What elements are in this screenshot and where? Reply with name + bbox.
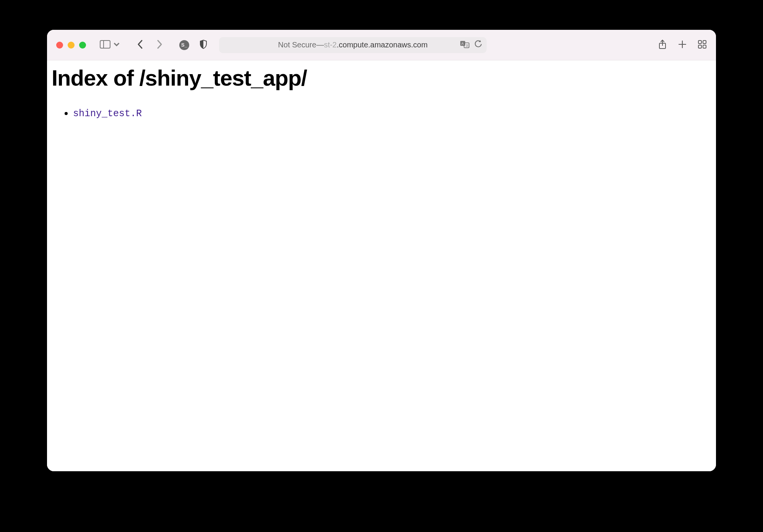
chevron-right-icon	[156, 39, 163, 51]
chevron-left-icon	[137, 39, 144, 51]
site-favicon[interactable]: S_	[179, 40, 189, 50]
share-icon	[658, 39, 667, 51]
address-separator: —	[316, 41, 324, 49]
close-window-button[interactable]	[56, 42, 63, 49]
translate-icon: A 文	[460, 40, 470, 50]
tab-overview-button[interactable]	[698, 39, 707, 51]
back-button[interactable]	[134, 39, 146, 51]
domain-main: .compute.amazonaws.com	[337, 41, 428, 49]
page-content: Index of /shiny_test_app/ shiny_test.R	[47, 60, 716, 471]
page-title: Index of /shiny_test_app/	[52, 65, 711, 91]
security-label: Not Secure	[278, 41, 316, 49]
address-bar-actions: A 文	[460, 40, 482, 50]
address-bar[interactable]: Not Secure — st-2 .compute.amazonaws.com…	[219, 37, 487, 53]
share-button[interactable]	[658, 39, 667, 51]
shield-icon	[199, 39, 208, 51]
privacy-shield-button[interactable]	[199, 39, 208, 51]
list-item: shiny_test.R	[73, 104, 711, 122]
grid-icon	[698, 39, 707, 51]
sidebar-icon	[100, 40, 110, 50]
svg-rect-12	[698, 45, 701, 48]
directory-listing: shiny_test.R	[52, 104, 711, 122]
svg-rect-13	[703, 45, 706, 48]
minimize-window-button[interactable]	[68, 42, 75, 49]
reload-button[interactable]	[474, 40, 482, 50]
window-controls	[56, 42, 86, 49]
sidebar-toggle-button[interactable]	[100, 40, 122, 50]
translate-button[interactable]: A 文	[460, 40, 470, 50]
file-link[interactable]: shiny_test.R	[73, 108, 142, 119]
svg-rect-0	[100, 41, 110, 48]
browser-toolbar: S_ Not Secure — st-2 .compute.amazonaws.…	[47, 30, 716, 60]
svg-rect-11	[703, 41, 706, 44]
toolbar-right-actions	[658, 39, 707, 51]
site-badge-text: S_	[181, 42, 187, 48]
forward-button[interactable]	[153, 39, 166, 51]
maximize-window-button[interactable]	[79, 42, 86, 49]
domain-prefix: st-2	[324, 41, 336, 49]
svg-text:A: A	[461, 42, 464, 45]
plus-icon	[678, 39, 687, 51]
svg-text:文: 文	[466, 44, 469, 47]
browser-window: S_ Not Secure — st-2 .compute.amazonaws.…	[47, 30, 716, 471]
reload-icon	[474, 40, 482, 50]
new-tab-button[interactable]	[678, 39, 687, 51]
svg-rect-10	[698, 41, 701, 44]
navigation-arrows	[134, 39, 166, 51]
address-text: Not Secure — st-2 .compute.amazonaws.com	[278, 41, 427, 49]
chevron-down-icon	[111, 40, 122, 50]
